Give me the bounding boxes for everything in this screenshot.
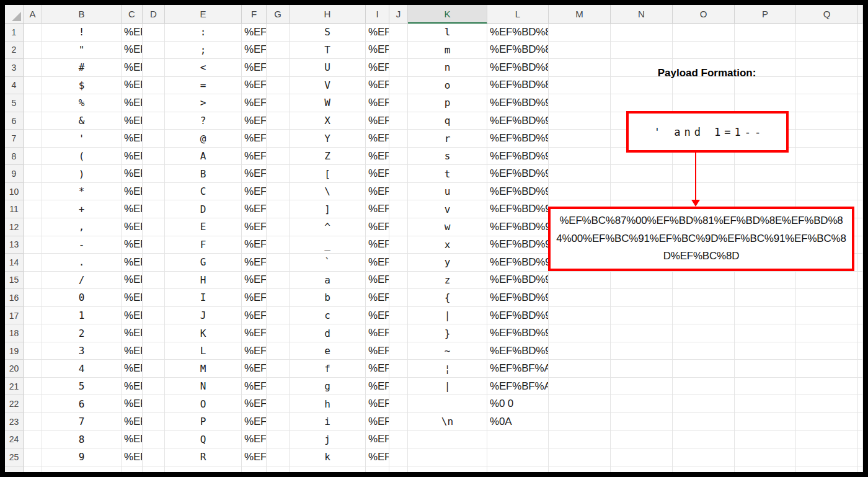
cell-M8[interactable] xyxy=(549,148,611,166)
cell-G15[interactable] xyxy=(267,272,290,290)
cell-P2[interactable] xyxy=(735,42,796,60)
cell-D23[interactable] xyxy=(143,413,165,431)
cell-L24[interactable] xyxy=(487,431,549,449)
cell-J19[interactable] xyxy=(389,342,408,360)
cell-N16[interactable] xyxy=(611,289,673,307)
cell-H24[interactable]: j xyxy=(290,431,366,449)
cell-J17[interactable] xyxy=(389,307,408,325)
cell-C24[interactable]: %EF%BC%98 xyxy=(122,431,143,449)
cell-G12[interactable] xyxy=(267,218,290,236)
cell-E14[interactable]: G xyxy=(165,254,242,272)
cell-B14[interactable]: . xyxy=(42,254,122,272)
cell-G11[interactable] xyxy=(267,200,290,218)
cell-F4[interactable]: %EF%BC%9D xyxy=(242,77,267,95)
cell-F2[interactable]: %EF%BC%9B xyxy=(242,42,267,60)
cell-G2[interactable] xyxy=(267,42,290,60)
row-header-25[interactable]: 25 xyxy=(5,448,24,466)
cell-Q10[interactable] xyxy=(796,183,858,201)
cell-L14[interactable]: %EF%BD%99 xyxy=(487,254,549,272)
row-header-24[interactable]: 24 xyxy=(5,431,24,449)
cell-C7[interactable]: %EF%BC%87 xyxy=(122,130,143,148)
payload-plain-box[interactable]: ' and 1=1-- xyxy=(626,111,789,153)
cell-Q20[interactable] xyxy=(796,360,858,378)
cell-I25[interactable]: %EF%BD%8B xyxy=(366,448,389,466)
cell-B1[interactable]: ! xyxy=(42,24,122,42)
cell-O1[interactable] xyxy=(673,24,735,42)
cell-B11[interactable]: + xyxy=(42,200,122,218)
cell-E16[interactable]: I xyxy=(165,289,242,307)
cell-K2[interactable]: m xyxy=(408,42,487,60)
cell-A1[interactable] xyxy=(24,24,42,42)
cell-D14[interactable] xyxy=(143,254,165,272)
cell-L9[interactable]: %EF%BD%94 xyxy=(487,165,549,183)
cell-P22[interactable] xyxy=(735,395,796,413)
cell-O21[interactable] xyxy=(673,378,735,396)
cell-J6[interactable] xyxy=(389,112,408,130)
cell-O18[interactable] xyxy=(673,324,735,342)
cell-H10[interactable]: \ xyxy=(290,183,366,201)
cell-M9[interactable] xyxy=(549,165,611,183)
cell-L23[interactable]: %0A xyxy=(487,413,549,431)
cell-A25[interactable] xyxy=(24,448,42,466)
cell-I4[interactable]: %EF%BC%B6 xyxy=(366,77,389,95)
cell-E4[interactable]: = xyxy=(165,77,242,95)
cell-G24[interactable] xyxy=(267,431,290,449)
cell-A8[interactable] xyxy=(24,148,42,166)
cell-E2[interactable]: ; xyxy=(165,42,242,60)
cell-J10[interactable] xyxy=(389,183,408,201)
cell-B22[interactable]: 6 xyxy=(42,395,122,413)
cell-H4[interactable]: V xyxy=(290,77,366,95)
cell-D11[interactable] xyxy=(143,200,165,218)
cell-Q17[interactable] xyxy=(796,307,858,325)
cell-A9[interactable] xyxy=(24,165,42,183)
cell-Q8[interactable] xyxy=(796,148,858,166)
select-all-corner[interactable] xyxy=(5,5,24,24)
cell-F23[interactable]: %EF%BC%B0 xyxy=(242,413,267,431)
row-header-12[interactable]: 12 xyxy=(5,218,24,236)
cell-F13[interactable]: %EF%BC%A6 xyxy=(242,236,267,254)
cell-D22[interactable] xyxy=(143,395,165,413)
cell-I24[interactable]: %EF%BD%8A xyxy=(366,431,389,449)
cell-I23[interactable]: %EF%BD%89 xyxy=(366,413,389,431)
row-header-10[interactable]: 10 xyxy=(5,183,24,201)
row-header-4[interactable]: 4 xyxy=(5,77,24,95)
cell-F6[interactable]: %EF%BC%9F xyxy=(242,112,267,130)
cell-A6[interactable] xyxy=(24,112,42,130)
cell-K24[interactable] xyxy=(408,431,487,449)
col-header-I[interactable]: I xyxy=(366,5,389,24)
cell-E8[interactable]: A xyxy=(165,148,242,166)
cell-L7[interactable]: %EF%BD%92 xyxy=(487,130,549,148)
cell-M24[interactable] xyxy=(549,431,611,449)
cell-P9[interactable] xyxy=(735,165,796,183)
cell-E17[interactable]: J xyxy=(165,307,242,325)
cell-C4[interactable]: %EF%BC%84 xyxy=(122,77,143,95)
cell-J20[interactable] xyxy=(389,360,408,378)
cell-C2[interactable]: %EF%BC%82 xyxy=(122,42,143,60)
cell-N1[interactable] xyxy=(611,24,673,42)
cell-C9[interactable]: %EF%BC%89 xyxy=(122,165,143,183)
cell-G18[interactable] xyxy=(267,324,290,342)
cell-K5[interactable]: p xyxy=(408,94,487,112)
cell-N5[interactable] xyxy=(611,94,673,112)
cell-F21[interactable]: %EF%BC%AE xyxy=(242,378,267,396)
cell-M5[interactable] xyxy=(549,94,611,112)
cell-M1[interactable] xyxy=(549,24,611,42)
cell-A3[interactable] xyxy=(24,59,42,77)
cell-E18[interactable]: K xyxy=(165,324,242,342)
cell-L18[interactable]: %EF%BD%9D xyxy=(487,324,549,342)
cell-L25[interactable] xyxy=(487,448,549,466)
cell-F17[interactable]: %EF%BC%AA xyxy=(242,307,267,325)
cell-B12[interactable]: , xyxy=(42,218,122,236)
cell-D4[interactable] xyxy=(143,77,165,95)
cell-E25[interactable]: R xyxy=(165,448,242,466)
cell-L1[interactable]: %EF%BD%8C xyxy=(487,24,549,42)
cell-J3[interactable] xyxy=(389,59,408,77)
cell-L22[interactable]: %0 0 xyxy=(487,395,549,413)
cell-H13[interactable]: _ xyxy=(290,236,366,254)
cell-L4[interactable]: %EF%BD%8F xyxy=(487,77,549,95)
cell-M22[interactable] xyxy=(549,395,611,413)
cell-M21[interactable] xyxy=(549,378,611,396)
cell-F16[interactable]: %EF%BC%A9 xyxy=(242,289,267,307)
cell-D24[interactable] xyxy=(143,431,165,449)
cell-N18[interactable] xyxy=(611,324,673,342)
